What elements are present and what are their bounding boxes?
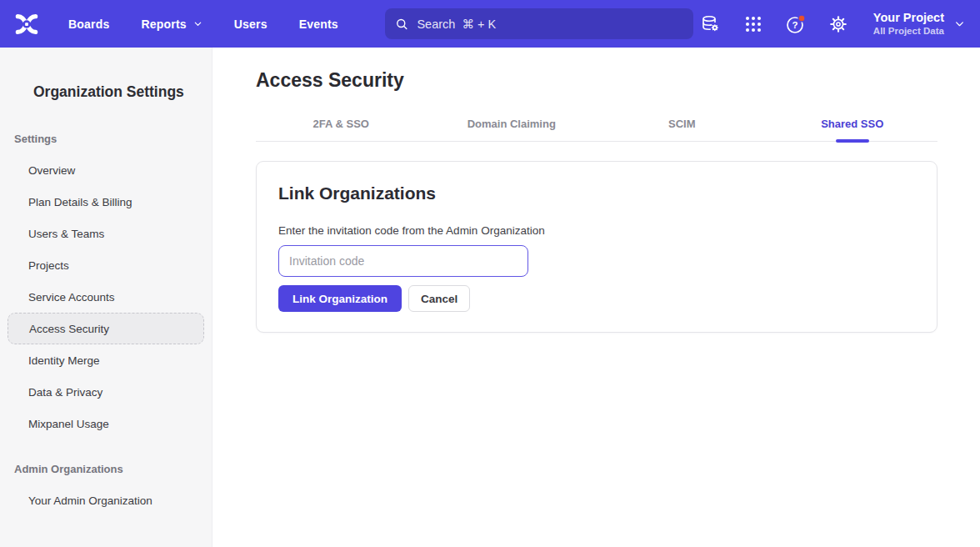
apps-grid-icon[interactable]: [742, 13, 764, 35]
nav-item-boards-label: Boards: [68, 18, 109, 31]
sidebar-item-users-teams[interactable]: Users & Teams: [0, 218, 212, 249]
cancel-button[interactable]: Cancel: [408, 285, 470, 312]
nav-item-events[interactable]: Events: [299, 18, 338, 31]
nav-item-users[interactable]: Users: [234, 18, 268, 31]
search-input[interactable]: [417, 18, 682, 31]
project-scope: All Project Data: [873, 25, 944, 38]
sidebar-item-overview[interactable]: Overview: [0, 154, 212, 186]
nav-item-boards[interactable]: Boards: [68, 18, 109, 31]
svg-text:?: ?: [792, 20, 798, 30]
help-icon[interactable]: ?: [785, 13, 807, 35]
notification-dot: [798, 15, 805, 22]
settings-gear-icon[interactable]: [828, 13, 849, 35]
sidebar-item-your-admin-organization[interactable]: Your Admin Organization: [0, 484, 212, 516]
main-content: Access Security 2FA & SSO Domain Claimin…: [212, 48, 980, 547]
nav-item-events-label: Events: [299, 18, 338, 31]
global-search[interactable]: [385, 8, 693, 39]
sidebar-item-identity-merge[interactable]: Identity Merge: [0, 344, 212, 376]
invitation-code-label: Enter the invitation code from the Admin…: [278, 223, 915, 238]
project-info: Your Project All Project Data: [873, 10, 944, 38]
access-security-tabs: 2FA & SSO Domain Claiming SCIM Shared SS…: [256, 93, 938, 142]
project-switcher[interactable]: Your Project All Project Data: [873, 10, 965, 38]
invitation-code-input[interactable]: [278, 245, 528, 277]
link-organization-button[interactable]: Link Organization: [278, 285, 402, 312]
sidebar-section-admin-organizations-label: Admin Organizations: [14, 462, 212, 477]
tab-scim[interactable]: SCIM: [597, 118, 768, 141]
sidebar-item-service-accounts[interactable]: Service Accounts: [0, 281, 212, 313]
chevron-down-icon: [193, 19, 202, 28]
project-name: Your Project: [873, 10, 944, 25]
page-title: Access Security: [256, 68, 938, 93]
data-management-icon[interactable]: [700, 13, 722, 35]
search-icon: [395, 17, 409, 32]
tab-domain-claiming[interactable]: Domain Claiming: [427, 118, 598, 141]
sidebar-item-projects[interactable]: Projects: [0, 249, 212, 281]
mixpanel-logo[interactable]: [13, 11, 40, 38]
tab-shared-sso[interactable]: Shared SSO: [768, 118, 938, 141]
sidebar-item-plan-details-billing[interactable]: Plan Details & Billing: [0, 186, 212, 218]
chevron-down-icon: [954, 18, 965, 29]
sidebar-item-data-privacy[interactable]: Data & Privacy: [0, 376, 212, 408]
card-actions: Link Organization Cancel: [278, 285, 915, 312]
primary-nav: Boards Reports Users Events: [68, 18, 338, 31]
nav-item-users-label: Users: [234, 18, 268, 31]
sidebar-item-mixpanel-usage[interactable]: Mixpanel Usage: [0, 408, 212, 439]
sidebar-item-access-security[interactable]: Access Security: [8, 313, 204, 344]
top-navbar: Boards Reports Users Events: [0, 0, 980, 48]
tab-2fa-sso[interactable]: 2FA & SSO: [256, 118, 427, 141]
sidebar-title: Organization Settings: [33, 83, 212, 101]
nav-item-reports[interactable]: Reports: [141, 18, 202, 31]
card-title: Link Organizations: [278, 182, 915, 205]
settings-sidebar: Organization Settings Settings Overview …: [0, 48, 212, 547]
sidebar-section-settings-label: Settings: [14, 132, 212, 147]
navbar-right: ? Your Project All Project Data: [700, 10, 965, 38]
link-organizations-card: Link Organizations Enter the invitation …: [256, 161, 938, 333]
nav-item-reports-label: Reports: [141, 18, 186, 31]
